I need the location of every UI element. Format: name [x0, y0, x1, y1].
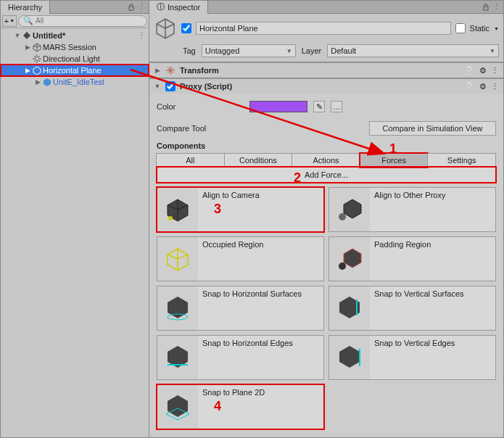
proxy-component: ▼ Proxy (Script) ❔⚙⋮ Color ✎ … Compare T…	[149, 78, 503, 434]
foldout-icon[interactable]: ▼	[154, 83, 161, 90]
foldout-icon[interactable]: ▶	[24, 44, 31, 51]
proxy-enabled-checkbox[interactable]	[165, 81, 175, 91]
force-card[interactable]: Snap to Horizontal Surfaces	[157, 286, 324, 331]
tree-item-selected[interactable]: ▶ Horizontal Plane	[1, 65, 149, 76]
component-menu-icon[interactable]: ⋮	[491, 66, 499, 75]
snap-ve-icon	[335, 343, 364, 372]
transform-title: Transform	[180, 66, 219, 75]
tree-item-label: MARS Session	[43, 43, 96, 51]
tag-layer-row: Tag Untagged▼ Layer Default▼	[149, 43, 503, 62]
component-tabs: All Conditions Actions Forces Settings	[157, 153, 496, 168]
wire-cube-icon	[163, 244, 192, 273]
tab-settings[interactable]: Settings	[427, 153, 496, 168]
preset-icon[interactable]: ⚙	[479, 66, 487, 75]
help-icon[interactable]: ❔	[465, 66, 475, 75]
inspector-tab-label: Inspector	[168, 3, 200, 12]
static-dropdown-icon[interactable]: ▼	[494, 26, 499, 31]
components-title: Components	[157, 141, 496, 150]
svg-point-1	[35, 57, 39, 61]
force-label: Snap to Plane 2D	[198, 385, 323, 429]
inspector-tab[interactable]: ⓘ Inspector	[149, 1, 208, 14]
prefab-icon	[43, 78, 51, 86]
tree-item[interactable]: Directional Light	[1, 53, 149, 65]
static-checkbox[interactable]	[455, 23, 466, 33]
component-menu-icon[interactable]: ⋮	[491, 82, 499, 91]
hierarchy-search[interactable]: 🔍	[18, 15, 147, 27]
gameobject-name-field[interactable]	[196, 22, 451, 35]
force-card[interactable]: Snap to Vertical Surfaces	[329, 286, 496, 331]
tab-conditions[interactable]: Conditions	[224, 153, 293, 168]
hierarchy-tree: ▼ Untitled* ⋮ ▶ MARS Session Directional…	[1, 28, 149, 89]
layer-label: Layer	[302, 46, 322, 55]
foldout-icon[interactable]: ▶	[34, 78, 41, 86]
scene-row[interactable]: ▼ Untitled* ⋮	[1, 30, 149, 41]
svg-point-5	[339, 263, 346, 270]
tree-item[interactable]: ▶ UnitE_IdleTest	[1, 76, 149, 88]
info-icon: ⓘ	[157, 1, 165, 12]
cube-pair-icon	[335, 195, 364, 224]
create-button[interactable]: +▼	[2, 15, 17, 27]
panel-menu-icon[interactable]: ⋮	[489, 2, 503, 12]
foldout-icon[interactable]: ▼	[14, 32, 21, 39]
hierarchy-search-input[interactable]	[36, 17, 142, 25]
lock-icon[interactable]	[482, 4, 489, 11]
eyedropper-button[interactable]: ✎	[313, 101, 325, 112]
scene-menu-icon[interactable]: ⋮	[135, 31, 149, 41]
inspector-tabbar: ⓘ Inspector ⋮	[149, 1, 503, 14]
force-card[interactable]: Snap to Vertical Edges	[329, 335, 496, 380]
static-label: Static	[470, 24, 490, 33]
search-icon: 🔍	[23, 16, 33, 25]
layer-value: Default	[331, 46, 356, 55]
layer-dropdown[interactable]: Default▼	[327, 44, 499, 57]
force-card[interactable]: Occupied Region	[157, 236, 324, 281]
forces-grid: Align to Camera Align to Other Proxy Occ…	[157, 187, 496, 429]
active-checkbox[interactable]	[181, 23, 191, 33]
foldout-icon[interactable]: ▶	[154, 67, 161, 74]
foldout-icon[interactable]: ▶	[24, 67, 31, 74]
tab-actions[interactable]: Actions	[292, 153, 360, 168]
inspector-panel: ⓘ Inspector ⋮ Static ▼ Tag Untagged▼ Lay…	[149, 1, 503, 437]
force-label: Snap to Vertical Edges	[370, 336, 495, 379]
force-label: Padding Region	[370, 237, 495, 281]
panel-menu-icon[interactable]: ⋮	[135, 2, 149, 12]
force-card[interactable]: Align to Camera	[157, 187, 324, 232]
add-force-button[interactable]: Add Force...	[157, 167, 496, 183]
compare-button[interactable]: Compare in Simulation View	[369, 121, 496, 136]
preset-icon[interactable]: ⚙	[479, 82, 487, 91]
tab-all[interactable]: All	[156, 153, 225, 168]
force-thumb	[329, 336, 370, 379]
color-swatch[interactable]	[249, 101, 307, 112]
cube-icon	[163, 195, 192, 224]
tab-label: Actions	[313, 156, 339, 165]
tab-forces[interactable]: Forces	[360, 153, 429, 168]
hierarchy-tab[interactable]: Hierarchy	[1, 1, 50, 14]
force-card[interactable]: Snap to Plane 2D	[157, 384, 324, 429]
add-force-label: Add Force...	[305, 170, 348, 179]
tag-value: Untagged	[205, 46, 240, 55]
color-label: Color	[157, 102, 244, 111]
help-icon[interactable]: ❔	[465, 82, 475, 91]
force-thumb	[157, 336, 198, 379]
tag-dropdown[interactable]: Untagged▼	[202, 44, 296, 57]
tab-label: Settings	[447, 156, 476, 165]
hierarchy-toolbar: +▼ 🔍	[1, 14, 149, 28]
chevron-down-icon: ▼	[286, 48, 292, 54]
tree-item[interactable]: ▶ MARS Session	[1, 41, 149, 53]
tree-item-label: Horizontal Plane	[43, 66, 102, 75]
hierarchy-panel: Hierarchy ⋮ +▼ 🔍 ▼ Untitled* ⋮ ▶ MARS Se…	[1, 1, 149, 437]
force-label: Snap to Horizontal Edges	[198, 336, 323, 379]
proxy-body: Color ✎ … Compare Tool Compare in Simula…	[149, 94, 503, 434]
transform-header[interactable]: ▶ Transform ❔⚙⋮	[149, 63, 503, 78]
color-more-button[interactable]: …	[331, 101, 342, 112]
plus-icon: +	[4, 17, 9, 25]
force-thumb	[157, 385, 198, 429]
force-thumb	[329, 188, 370, 231]
force-card[interactable]: Snap to Horizontal Edges	[157, 335, 324, 380]
force-card[interactable]: Align to Other Proxy	[329, 187, 496, 232]
tag-label: Tag	[183, 46, 196, 55]
snap-v-icon	[335, 294, 364, 323]
proxy-header[interactable]: ▼ Proxy (Script) ❔⚙⋮	[149, 79, 503, 94]
lock-icon[interactable]	[128, 4, 135, 11]
force-card[interactable]: Padding Region	[329, 236, 496, 281]
tree-item-label: UnitE_IdleTest	[53, 78, 104, 86]
